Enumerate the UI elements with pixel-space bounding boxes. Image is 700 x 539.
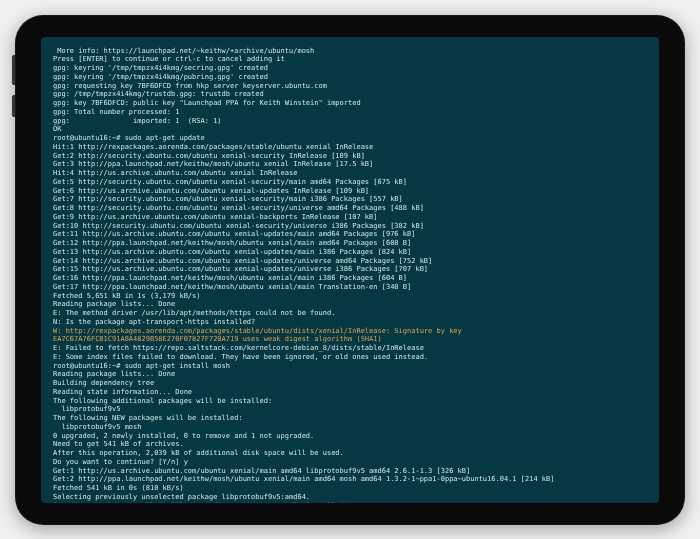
terminal-line: Get:12 http://ppa.launchpad.net/keithw/m… [53, 239, 647, 248]
terminal-line: W: http://rexpackages.aorenda.com/packag… [53, 327, 647, 345]
terminal-line: Selecting previously unselected package … [53, 493, 647, 502]
terminal-line: gpg: /tmp/tmpzx4i4kmg/trustdb.gpg: trust… [53, 90, 647, 99]
terminal-line: libprotobuf9v5 [53, 405, 647, 414]
terminal-line: gpg: key 7BF6DFCD: public key "Launchpad… [53, 99, 647, 108]
terminal-line: Get:10 http://security.ubuntu.com/ubuntu… [53, 222, 647, 231]
terminal-window[interactable]: More info: https://launchpad.net/~keithw… [41, 37, 659, 503]
terminal-line: Reading package lists... Done [53, 370, 647, 379]
terminal-line: Fetched 5,651 kB in 1s (3,179 kB/s) [53, 292, 647, 301]
tablet-device-frame: More info: https://launchpad.net/~keithw… [15, 15, 685, 525]
terminal-line: Press [ENTER] to continue or ctrl-c to c… [53, 55, 647, 64]
terminal-line: Get:14 http://us.archive.ubuntu.com/ubun… [53, 257, 647, 266]
terminal-line: After this operation, 2,039 kB of additi… [53, 449, 647, 458]
terminal-line: gpg: keyring '/tmp/tmpzx4i4kmg/pubring.g… [53, 73, 647, 82]
terminal-line: The following NEW packages will be insta… [53, 414, 647, 423]
terminal-line: Get:9 http://us.archive.ubuntu.com/ubunt… [53, 213, 647, 222]
terminal-line: Building dependency tree [53, 379, 647, 388]
device-side-button [12, 95, 15, 117]
terminal-line: Get:1 http://us.archive.ubuntu.com/ubunt… [53, 467, 647, 476]
terminal-line: Do you want to continue? [Y/n] y [53, 458, 647, 467]
terminal-line: Hit:1 http://rexpackages.aorenda.com/pac… [53, 143, 647, 152]
terminal-line: Need to get 541 kB of archives. [53, 440, 647, 449]
terminal-line: Get:7 http://security.ubuntu.com/ubuntu … [53, 195, 647, 204]
terminal-line: Get:8 http://security.ubuntu.com/ubuntu … [53, 204, 647, 213]
terminal-line: (Reading database ... 93124 files and di… [53, 502, 647, 503]
terminal-line: E: Failed to fetch https://repo.saltstac… [53, 344, 647, 353]
terminal-line: Get:5 http://security.ubuntu.com/ubuntu … [53, 178, 647, 187]
terminal-line: More info: https://launchpad.net/~keithw… [53, 47, 647, 56]
terminal-line: Get:15 http://us.archive.ubuntu.com/ubun… [53, 265, 647, 274]
device-side-button [12, 55, 15, 85]
terminal-line: Reading package lists... Done [53, 300, 647, 309]
terminal-line: Get:16 http://ppa.launchpad.net/keithw/m… [53, 274, 647, 283]
terminal-line: Get:13 http://us.archive.ubuntu.com/ubun… [53, 248, 647, 257]
terminal-line: Get:2 http://ppa.launchpad.net/keithw/mo… [53, 475, 647, 484]
terminal-line: gpg: keyring '/tmp/tmpzx4i4kmg/secring.g… [53, 64, 647, 73]
terminal-line: Hit:4 http://us.archive.ubuntu.com/ubunt… [53, 169, 647, 178]
terminal-line: Get:6 http://us.archive.ubuntu.com/ubunt… [53, 187, 647, 196]
terminal-line: gpg: requesting key 7BF6DFCD from hkp se… [53, 82, 647, 91]
terminal-line: Get:17 http://ppa.launchpad.net/keithw/m… [53, 283, 647, 292]
terminal-line: Fetched 541 kB in 0s (810 kB/s) [53, 484, 647, 493]
terminal-line: E: Some index files failed to download. … [53, 353, 647, 362]
terminal-line: libprotobuf9v5 mosh [53, 423, 647, 432]
terminal-line: N: Is the package apt-transport-https in… [53, 318, 647, 327]
terminal-line: gpg: Total number processed: 1 [53, 108, 647, 117]
terminal-line: E: The method driver /usr/lib/apt/method… [53, 309, 647, 318]
terminal-line: Get:2 http://security.ubuntu.com/ubuntu … [53, 152, 647, 161]
terminal-line: Get:11 http://us.archive.ubuntu.com/ubun… [53, 230, 647, 239]
terminal-line: root@ubuntu16:~# sudo apt-get install mo… [53, 362, 647, 371]
terminal-line: The following additional packages will b… [53, 397, 647, 406]
terminal-line: OK [53, 125, 647, 134]
terminal-line: Get:3 http://ppa.launchpad.net/keithw/mo… [53, 160, 647, 169]
terminal-line: 0 upgraded, 2 newly installed, 0 to remo… [53, 432, 647, 441]
terminal-line: gpg: imported: 1 (RSA: 1) [53, 117, 647, 126]
terminal-line: Reading state information... Done [53, 388, 647, 397]
terminal-line: root@ubuntu16:~# sudo apt-get update [53, 134, 647, 143]
